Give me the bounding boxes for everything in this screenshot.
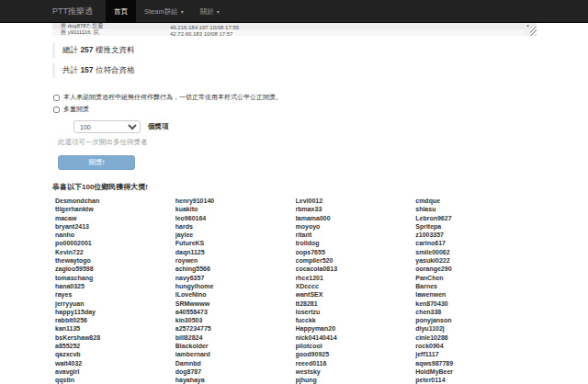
winner-name: hana0325 bbox=[55, 282, 175, 290]
winner-name: kuakito bbox=[175, 205, 296, 213]
multi-draw-checkbox-row: 多重開獎 bbox=[53, 105, 588, 114]
winner-column-3: Levi0012rbmax33tamama000moyoyoritarittro… bbox=[296, 197, 416, 384]
winner-name: oorange290 bbox=[415, 265, 536, 273]
push-total-count: 257 bbox=[80, 45, 93, 54]
prize-count-label: 個獎項 bbox=[148, 122, 169, 131]
winner-name: jaylee bbox=[175, 231, 296, 239]
winner-name: nick04140414 bbox=[296, 333, 416, 342]
promise-checkbox-row: 本人承諾開獎過程中絕無任何作弊行為，一切正常使用本程式公平公正開獎。 bbox=[53, 93, 588, 102]
winner-name: dog8787 bbox=[175, 367, 296, 376]
winner-name: Lebron9627 bbox=[415, 214, 536, 222]
winner-name: navy6357 bbox=[175, 274, 296, 282]
draw-button[interactable]: 開獎! bbox=[58, 155, 135, 170]
winner-name: ritarit bbox=[296, 231, 416, 239]
winner-name: Kevin722 bbox=[55, 248, 175, 256]
winner-name: shiasu bbox=[415, 205, 536, 213]
winner-name: losertzu bbox=[296, 308, 416, 316]
winner-name: rock0904 bbox=[415, 342, 536, 350]
winner-name: kan1135 bbox=[55, 324, 175, 333]
multi-draw-checkbox[interactable] bbox=[53, 107, 60, 113]
winner-name: daqn1125 bbox=[175, 248, 296, 256]
winner-name: ttigerhanktw bbox=[55, 205, 175, 213]
winner-name: nanho bbox=[55, 231, 175, 239]
winner-name: pjhung bbox=[296, 376, 416, 384]
winner-name: Spritepa bbox=[415, 222, 536, 231]
winner-column-2: henry910140kuakitoleo960164hardsjayleeFu… bbox=[175, 197, 296, 384]
winner-name: westsky bbox=[296, 367, 416, 376]
winner-name: a40558473 bbox=[175, 308, 296, 316]
winner-name: tomaschang bbox=[55, 274, 175, 282]
qualified-total-count: 157 bbox=[80, 65, 93, 74]
winner-name: macaw bbox=[55, 214, 175, 222]
promise-checkbox[interactable] bbox=[53, 95, 60, 101]
winner-name: good90925 bbox=[296, 350, 416, 358]
winner-name: SRMwwww bbox=[175, 299, 296, 308]
push-total: 總計 257 樓推文資料 bbox=[52, 43, 588, 58]
push-list[interactable]: 推 dog8787: 悲靈49.216.184.197 10/08 17:55推… bbox=[52, 23, 537, 36]
winner-name: Happyman20 bbox=[296, 324, 416, 333]
winner-name: rayes bbox=[55, 290, 175, 299]
winner-name: a257234775 bbox=[175, 324, 296, 333]
winner-name: Barnes bbox=[415, 282, 536, 290]
winner-name: smile00062 bbox=[415, 248, 536, 256]
winner-name: cmdque bbox=[415, 197, 536, 205]
winner-name: jerryyuan bbox=[55, 299, 175, 308]
winner-name: ILoveNino bbox=[175, 290, 296, 299]
winner-name: ken870430 bbox=[415, 299, 536, 308]
navbar: PTT推樂透 首頁Steam群組▾關於▾ bbox=[0, 0, 588, 23]
winner-name: trolldog bbox=[296, 239, 416, 247]
promise-label: 本人承諾開獎過程中絕無任何作弊行為，一切正常使用本程式公平公正開獎。 bbox=[63, 93, 282, 102]
winner-name: peter0114 bbox=[415, 376, 536, 384]
winner-name: Desmondchan bbox=[55, 197, 175, 205]
winner-name: Levi0012 bbox=[296, 197, 416, 205]
winner-name: thewaytogo bbox=[55, 256, 175, 265]
push-row-text: 推 y9111116: 尻 bbox=[61, 29, 170, 36]
winner-name: tt28281 bbox=[296, 299, 416, 308]
winner-name: rhce1201 bbox=[296, 274, 416, 282]
winner-name: Damnbd bbox=[175, 359, 296, 367]
nav-item-steam-group[interactable]: Steam群組▾ bbox=[136, 0, 192, 22]
winner-name: pilotcool bbox=[296, 342, 416, 350]
winner-name: diyu1102j bbox=[415, 324, 536, 333]
winner-name: tamama000 bbox=[296, 214, 416, 222]
winner-name: hayahaya bbox=[175, 376, 296, 384]
form-checkboxes: 本人承諾開獎過程中絕無任何作弊行為，一切正常使用本程式公平公正開獎。 多重開獎 bbox=[53, 93, 588, 114]
winner-name: XDcccc bbox=[296, 282, 416, 290]
winners-grid: Desmondchanttigerhanktwmacawbryant2413na… bbox=[52, 197, 536, 384]
winner-name: hards bbox=[175, 222, 296, 231]
winner-column-1: Desmondchanttigerhanktwmacawbryant2413na… bbox=[55, 197, 175, 384]
winner-name: aqws987789 bbox=[415, 359, 536, 367]
winner-name: cinle10286 bbox=[415, 333, 536, 342]
winner-name: FutureKS bbox=[175, 239, 296, 247]
nav-item-home[interactable]: 首頁 bbox=[106, 0, 136, 22]
winner-name: po00002001 bbox=[55, 239, 175, 247]
winner-name: cocacola0813 bbox=[296, 265, 416, 273]
prize-count-select[interactable]: 100 bbox=[74, 120, 141, 133]
navbar-menu: 首頁Steam群組▾關於▾ bbox=[106, 0, 228, 22]
winner-name: fucckk bbox=[296, 316, 416, 324]
nav-item-about[interactable]: 關於▾ bbox=[192, 0, 228, 22]
winner-name: PanChen bbox=[415, 274, 536, 282]
winner-name: rbmax33 bbox=[296, 205, 416, 213]
winner-name: jeff1117 bbox=[415, 350, 536, 358]
winner-name: oops7655 bbox=[296, 248, 416, 256]
qualified-total: 共計 157 位符合資格 bbox=[52, 63, 588, 78]
winner-name: bsKershaw828 bbox=[55, 333, 175, 342]
winner-name: yasuki0222 bbox=[415, 256, 536, 265]
navbar-brand[interactable]: PTT推樂透 bbox=[52, 0, 106, 22]
winner-name: wait4032 bbox=[55, 359, 175, 367]
winner-name: henry910140 bbox=[175, 197, 296, 205]
winner-name: bryant2413 bbox=[55, 222, 175, 231]
winner-column-4: cmdqueshiasuLebron9627Spritepaz1003357ca… bbox=[415, 197, 536, 384]
winner-name: avavgirl bbox=[55, 367, 175, 376]
push-row: 推 dog8787: 悲靈49.216.184.197 10/08 17:55 bbox=[52, 23, 537, 29]
winner-name: z1003357 bbox=[415, 231, 536, 239]
winner-name: aching5566 bbox=[175, 265, 296, 273]
winner-name: reeed0116 bbox=[296, 359, 416, 367]
winner-name: Blackolder bbox=[175, 342, 296, 350]
prize-count-row: 100 個獎項 bbox=[74, 120, 588, 133]
winner-name: roywen bbox=[175, 256, 296, 265]
winner-name: chen338 bbox=[415, 308, 536, 316]
winner-name: iambernard bbox=[175, 350, 296, 358]
resize-grip-icon[interactable] bbox=[530, 27, 537, 36]
